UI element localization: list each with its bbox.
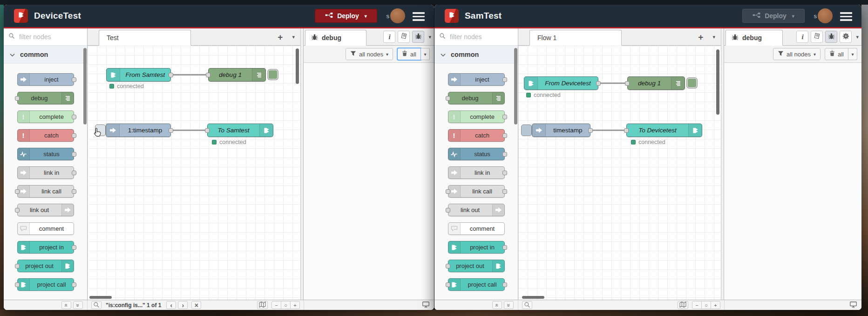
input-port[interactable] [446,282,450,287]
output-port[interactable] [596,81,601,86]
zoom-in-button[interactable]: + [711,301,720,309]
deploy-caret-icon[interactable]: ▾ [792,14,794,19]
flow-tab[interactable]: Test [99,30,191,46]
flow-list-caret-icon[interactable]: ▾ [292,34,295,40]
node-debug-1[interactable]: debug 1 [627,76,685,90]
debug-clear-button[interactable]: all [825,48,848,60]
open-debug-window-icon[interactable] [422,302,429,309]
palette-node-project-out[interactable]: project out [17,260,74,272]
palette-node-project-call[interactable]: project call [17,278,74,291]
palette-node-catch[interactable]: !catch [17,129,74,142]
zoom-out-button[interactable]: − [692,301,702,309]
node-to-samtest[interactable]: To Samtest [207,124,273,137]
input-port[interactable] [446,189,450,194]
flow-canvas[interactable]: From Samtest debug 1 connected [88,46,300,300]
search-prev-button[interactable]: ‹ [166,301,176,309]
add-flow-button[interactable]: + [278,33,283,41]
flow-list-caret-icon[interactable]: ▾ [712,34,715,40]
output-port[interactable] [502,133,507,138]
debug-clear-caret[interactable]: ▾ [848,48,857,60]
palette-node-project-in[interactable]: project in [448,241,505,254]
wire[interactable] [599,82,626,84]
output-port[interactable] [502,115,507,119]
sidebar-caret-icon[interactable]: ▾ [856,34,859,40]
output-port[interactable] [72,133,76,138]
palette-node-project-out[interactable]: project out [448,260,505,272]
node-from-samtest[interactable]: From Samtest [106,68,171,82]
deploy-button[interactable]: Deploy ▾ [742,9,805,23]
output-port[interactable] [72,282,76,287]
tab-debug[interactable]: debug [305,30,366,46]
output-port[interactable] [502,282,507,287]
palette-scrollbar[interactable] [83,48,87,124]
palette-category-common[interactable]: common [434,46,518,63]
input-port[interactable] [446,208,450,213]
output-port[interactable] [502,189,507,194]
debug-tab-button[interactable] [825,31,837,43]
palette-node-link-out[interactable]: link out [448,204,505,216]
palette-collapse-down-button[interactable]: » [73,301,83,309]
output-port[interactable] [72,115,76,119]
user-menu[interactable]: s [814,8,833,23]
user-menu[interactable]: s [387,8,406,23]
debug-clear-caret[interactable]: ▾ [421,48,430,60]
info-tab-button[interactable]: i [383,31,395,43]
palette-node-comment[interactable]: comment [448,222,505,235]
input-port[interactable] [624,128,629,133]
output-port[interactable] [72,171,76,175]
palette-node-project-in[interactable]: project in [17,241,74,254]
node-debug-1[interactable]: debug 1 [208,68,266,82]
search-flows-button[interactable] [522,301,532,309]
search-flows-button[interactable] [91,301,102,309]
palette-category-common[interactable]: common [4,46,87,63]
tab-debug[interactable]: debug [726,30,783,46]
deploy-caret-icon[interactable]: ▾ [365,14,367,19]
search-next-button[interactable]: › [178,301,188,309]
palette-collapse-up-button[interactable]: « [492,301,502,309]
palette-node-link-call[interactable]: link call [448,185,505,198]
input-port[interactable] [15,208,20,213]
output-port[interactable] [169,73,173,77]
node-to-devicetest[interactable]: To Devicetest [626,124,702,137]
palette-node-status[interactable]: status [448,148,505,160]
palette-node-debug[interactable]: debug [448,92,505,104]
node-inject-timestamp[interactable]: 1:timestamp [106,124,171,137]
canvas-horizontal-scrollbar[interactable] [89,296,112,299]
main-menu-icon[interactable] [413,12,425,21]
filter-nodes-input[interactable] [449,33,510,41]
node-inject-timestamp[interactable]: timestamp [532,124,590,137]
palette-node-complete[interactable]: !complete [448,110,505,123]
input-port[interactable] [15,96,20,101]
open-debug-window-icon[interactable] [850,302,857,309]
output-port[interactable] [169,128,173,133]
flow-canvas[interactable]: From Devicetest debug 1 connected [518,46,721,300]
zoom-in-button[interactable]: + [290,301,300,309]
output-port[interactable] [72,189,76,194]
output-port[interactable] [72,152,76,157]
palette-node-debug[interactable]: debug [17,92,74,104]
help-tab-button[interactable] [398,31,410,43]
output-port[interactable] [72,77,76,82]
output-port[interactable] [72,245,76,250]
add-flow-button[interactable]: + [698,33,703,41]
debug-filter-button[interactable]: all nodes ▾ [346,48,393,60]
canvas-horizontal-scrollbar[interactable] [522,296,544,299]
output-port[interactable] [502,77,507,82]
palette-scrollbar[interactable] [514,48,517,124]
wire[interactable] [591,130,625,131]
palette-collapse-up-button[interactable]: « [61,301,71,309]
avatar[interactable] [390,8,405,23]
config-tab-button[interactable] [840,31,852,43]
debug-clear-button[interactable]: all [397,48,421,60]
palette-node-catch[interactable]: !catch [448,129,505,142]
canvas-vertical-scrollbar[interactable] [716,49,719,115]
output-port[interactable] [502,245,507,250]
sidebar-splitter[interactable] [300,28,304,300]
filter-nodes-input[interactable] [18,33,80,41]
help-tab-button[interactable] [811,31,823,43]
main-menu-icon[interactable] [840,12,852,21]
palette-node-status[interactable]: status [17,148,74,160]
canvas-vertical-scrollbar[interactable] [296,48,299,84]
wire[interactable] [172,130,206,131]
node-from-devicetest[interactable]: From Devicetest [524,76,598,90]
